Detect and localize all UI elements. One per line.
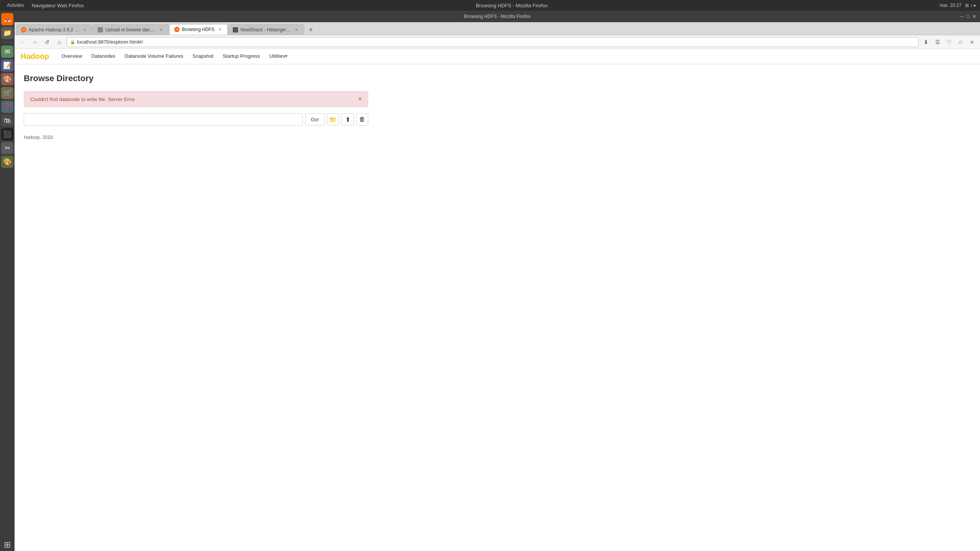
address-input[interactable] [77, 39, 915, 45]
toolbar-menu-button[interactable]: ≡ [967, 37, 977, 47]
toolbar-download-button[interactable]: ⬇ [921, 37, 931, 47]
sidebar-app4-icon[interactable]: 🛒 [1, 87, 13, 99]
directory-path-input[interactable] [24, 113, 303, 126]
sidebar-app7-icon[interactable]: ✂ [1, 142, 13, 154]
browser-label: Navigateur Web Firefox [32, 3, 84, 8]
topbar-left: Activités Navigateur Web Firefox [4, 3, 84, 8]
close-window-button[interactable]: ✕ [972, 14, 976, 19]
sidebar-app3-icon[interactable]: 🎨 [1, 73, 13, 85]
error-alert: Couldn't find datanode to write file. Se… [24, 91, 368, 107]
tab-title-4: NoelShack - Héberger p... [240, 27, 291, 33]
toolbar-icons: ⬇ ☰ ♡ ☆ ≡ [921, 37, 977, 47]
tab-close-3[interactable]: × [217, 26, 223, 33]
new-tab-button[interactable]: + [306, 25, 316, 35]
tabs-bar: H Apache Hadoop 2.9.2 –... × Upload et b… [15, 22, 980, 35]
tab-close-1[interactable]: × [82, 27, 88, 33]
sidebar-firefox-icon[interactable]: 🦊 [1, 13, 13, 25]
reload-button[interactable]: ↺ [42, 37, 52, 47]
system-icons: ⊞ ♪ ▸ [965, 3, 976, 8]
browser-toolbar: ← → ↺ ⌂ 🔒 ⬇ ☰ ♡ ☆ ≡ [15, 35, 980, 49]
address-bar-container[interactable]: 🔒 [67, 37, 919, 47]
footer-text: Hadoop, 2018. [24, 135, 971, 140]
page-title: Browse Directory [24, 73, 971, 83]
sidebar-app2-icon[interactable]: 📝 [1, 59, 13, 72]
datetime-label: mar. 20:27 [940, 3, 962, 8]
nav-startup-progress[interactable]: Startup Progress [218, 49, 265, 64]
browser-titlebar: Browsing HDFS - Mozilla Firefox ─ □ ✕ [15, 11, 980, 22]
toolbar-sidebar-button[interactable]: ☰ [933, 37, 942, 47]
tab-noelshack[interactable]: NoelShack - Héberger p... × [228, 24, 304, 35]
hadoop-nav: Hadoop Overview Datanodes Datanode Volum… [15, 49, 980, 64]
tab-close-4[interactable]: × [293, 27, 299, 33]
sidebar-app1-icon[interactable]: ✉ [1, 46, 13, 58]
titlebar-text: Browsing HDFS - Mozilla Firefox [464, 14, 530, 19]
sidebar-app5-icon[interactable]: ❓ [1, 101, 13, 113]
tab-upload[interactable]: Upload et browse dans... × [93, 24, 169, 35]
sidebar-apps-button[interactable]: ⊞ [1, 539, 13, 551]
maximize-button[interactable]: □ [967, 14, 969, 19]
minimize-button[interactable]: ─ [960, 14, 964, 19]
tab-browsing-hdfs[interactable]: H Browsing HDFS × [169, 24, 228, 35]
desktop-topbar: Activités Navigateur Web Firefox Browsin… [0, 0, 980, 11]
sidebar-dock: 🦊 📁 ✉ 📝 🎨 🛒 ❓ 🛍 ⬛ ✂ 🎨 ⊞ [0, 11, 15, 551]
directory-input-row: Go! 📁 ⬆ 🗑 [24, 113, 368, 126]
home-button[interactable]: ⌂ [54, 37, 64, 47]
sidebar-terminal-icon[interactable]: ⬛ [1, 128, 13, 140]
upload-button[interactable]: ⬆ [341, 113, 354, 126]
tab-apache-hadoop[interactable]: H Apache Hadoop 2.9.2 –... × [16, 24, 93, 35]
delete-button[interactable]: 🗑 [356, 113, 368, 126]
forward-button[interactable]: → [30, 37, 40, 47]
tab-favicon-1: H [21, 27, 26, 33]
main-content: Browse Directory Couldn't find datanode … [15, 64, 980, 551]
sidebar-app8-icon[interactable]: 🎨 [1, 156, 13, 168]
tab-title-3: Browsing HDFS [182, 27, 214, 32]
toolbar-star-button[interactable]: ☆ [956, 37, 965, 47]
directory-browser: Couldn't find datanode to write file. Se… [24, 91, 368, 126]
tab-close-2[interactable]: × [158, 27, 164, 33]
sidebar-files-icon[interactable]: 📁 [1, 27, 13, 39]
back-button[interactable]: ← [18, 37, 28, 47]
tab-title-1: Apache Hadoop 2.9.2 –... [29, 27, 79, 33]
tab-title-2: Upload et browse dans... [105, 27, 156, 33]
nav-utilities[interactable]: Utilities [265, 49, 292, 64]
toolbar-heart-button[interactable]: ♡ [944, 37, 954, 47]
nav-datanode-volume-failures[interactable]: Datanode Volume Failures [120, 49, 188, 64]
error-message-text: Couldn't find datanode to write file. Se… [30, 96, 135, 102]
hadoop-brand: Hadoop [21, 52, 49, 61]
nav-overview[interactable]: Overview [57, 49, 87, 64]
topbar-center: Browsing HDFS - Mozilla Firefox [476, 3, 548, 8]
tab-favicon-3: H [174, 27, 180, 32]
tab-favicon-2 [98, 27, 103, 33]
topbar-right: mar. 20:27 ⊞ ♪ ▸ [940, 3, 976, 8]
nav-snapshot[interactable]: Snapshot [188, 49, 218, 64]
window-title-label: Browsing HDFS - Mozilla Firefox [476, 3, 548, 8]
sidebar-separator [2, 42, 13, 42]
lock-icon: 🔒 [70, 39, 75, 44]
alert-close-button[interactable]: × [358, 96, 362, 102]
browser-window: Browsing HDFS - Mozilla Firefox ─ □ ✕ H … [15, 11, 980, 551]
tab-favicon-4 [233, 27, 238, 33]
nav-datanodes[interactable]: Datanodes [87, 49, 120, 64]
sidebar-app6-icon[interactable]: 🛍 [1, 114, 13, 127]
go-button[interactable]: Go! [305, 113, 325, 126]
folder-button[interactable]: 📁 [327, 113, 339, 126]
activities-button[interactable]: Activités [4, 3, 27, 8]
